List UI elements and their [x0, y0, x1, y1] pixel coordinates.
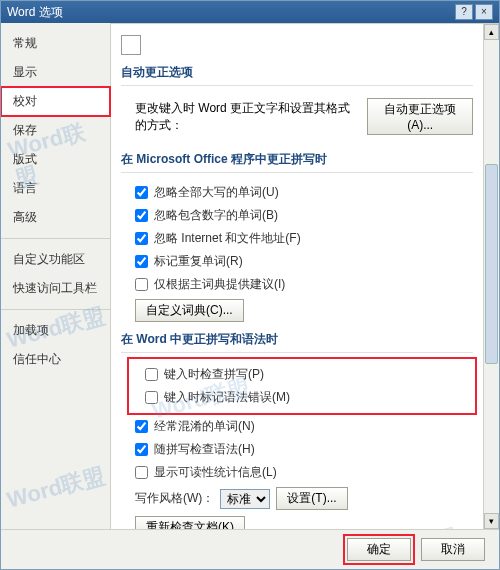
dialog-footer: 确定 取消: [1, 529, 499, 569]
writing-style-select[interactable]: 标准: [220, 489, 270, 509]
sidebar-item-quick-access[interactable]: 快速访问工具栏: [1, 274, 110, 303]
settings-button[interactable]: 设置(T)...: [276, 487, 347, 510]
recheck-document-button[interactable]: 重新检查文档(K): [135, 516, 245, 529]
sidebar-item-display[interactable]: 显示: [1, 58, 110, 87]
label-ignore-numbers: 忽略包含数字的单词(B): [154, 207, 278, 224]
sidebar-item-addins[interactable]: 加载项: [1, 316, 110, 345]
section-autocorrect-header: 自动更正选项: [121, 58, 473, 86]
checkbox-check-spelling-typing[interactable]: [145, 368, 158, 381]
writing-style-label: 写作风格(W)：: [135, 490, 214, 507]
custom-dictionaries-button[interactable]: 自定义词典(C)...: [135, 299, 244, 322]
vertical-scrollbar[interactable]: ▴ ▾: [483, 24, 499, 529]
dialog-body: Word联盟 Word联盟 Word联盟 常规 显示 校对 保存 版式 语言 高…: [1, 23, 499, 529]
abc-icon: [121, 35, 141, 55]
sidebar-item-proofing[interactable]: 校对: [1, 87, 110, 116]
checkbox-ignore-numbers[interactable]: [135, 209, 148, 222]
content-pane: Word联盟 Word联盟 自动更正选项 更改键入时 Word 更正文字和设置其…: [111, 23, 499, 529]
sidebar-item-language[interactable]: 语言: [1, 174, 110, 203]
sidebar-item-layout[interactable]: 版式: [1, 145, 110, 174]
scroll-up-button[interactable]: ▴: [484, 24, 499, 40]
label-readability-stats: 显示可读性统计信息(L): [154, 464, 277, 481]
watermark: Word联盟: [4, 461, 108, 516]
checkbox-main-dict-only[interactable]: [135, 278, 148, 291]
checkbox-flag-repeated[interactable]: [135, 255, 148, 268]
section-office-header: 在 Microsoft Office 程序中更正拼写时: [121, 145, 473, 173]
label-main-dict-only: 仅根据主词典提供建议(I): [154, 276, 285, 293]
label-confused-words: 经常混淆的单词(N): [154, 418, 255, 435]
sidebar-item-trust-center[interactable]: 信任中心: [1, 345, 110, 374]
sidebar-separator: [1, 309, 110, 310]
checkbox-ignore-internet[interactable]: [135, 232, 148, 245]
help-button[interactable]: ?: [455, 4, 473, 20]
sidebar: Word联盟 Word联盟 Word联盟 常规 显示 校对 保存 版式 语言 高…: [1, 23, 111, 529]
titlebar: Word 选项 ? ×: [1, 1, 499, 23]
titlebar-buttons: ? ×: [455, 4, 493, 20]
autocorrect-options-button[interactable]: 自动更正选项(A)...: [367, 98, 473, 135]
sidebar-item-advanced[interactable]: 高级: [1, 203, 110, 232]
sidebar-item-general[interactable]: 常规: [1, 29, 110, 58]
label-check-spelling-typing: 键入时检查拼写(P): [164, 366, 264, 383]
checkbox-confused-words[interactable]: [135, 420, 148, 433]
scroll-down-button[interactable]: ▾: [484, 513, 499, 529]
scroll-thumb[interactable]: [485, 164, 498, 364]
label-flag-repeated: 标记重复单词(R): [154, 253, 243, 270]
sidebar-item-save[interactable]: 保存: [1, 116, 110, 145]
ok-button[interactable]: 确定: [347, 538, 411, 561]
autocorrect-intro-text: 更改键入时 Word 更正文字和设置其格式的方式：: [135, 100, 359, 134]
label-ignore-uppercase: 忽略全部大写的单词(U): [154, 184, 279, 201]
cancel-button[interactable]: 取消: [421, 538, 485, 561]
word-options-dialog: Word 选项 ? × Word联盟 Word联盟 Word联盟 常规 显示 校…: [0, 0, 500, 570]
checkbox-mark-grammar-typing[interactable]: [145, 391, 158, 404]
label-ignore-internet: 忽略 Internet 和文件地址(F): [154, 230, 301, 247]
checkbox-ignore-uppercase[interactable]: [135, 186, 148, 199]
label-mark-grammar-typing: 键入时标记语法错误(M): [164, 389, 290, 406]
dialog-title: Word 选项: [7, 4, 63, 21]
checkbox-readability-stats[interactable]: [135, 466, 148, 479]
close-button[interactable]: ×: [475, 4, 493, 20]
checkbox-grammar-with-spell[interactable]: [135, 443, 148, 456]
sidebar-separator: [1, 238, 110, 239]
section-word-header: 在 Word 中更正拼写和语法时: [121, 325, 473, 353]
sidebar-item-customize-ribbon[interactable]: 自定义功能区: [1, 245, 110, 274]
label-grammar-with-spell: 随拼写检查语法(H): [154, 441, 255, 458]
